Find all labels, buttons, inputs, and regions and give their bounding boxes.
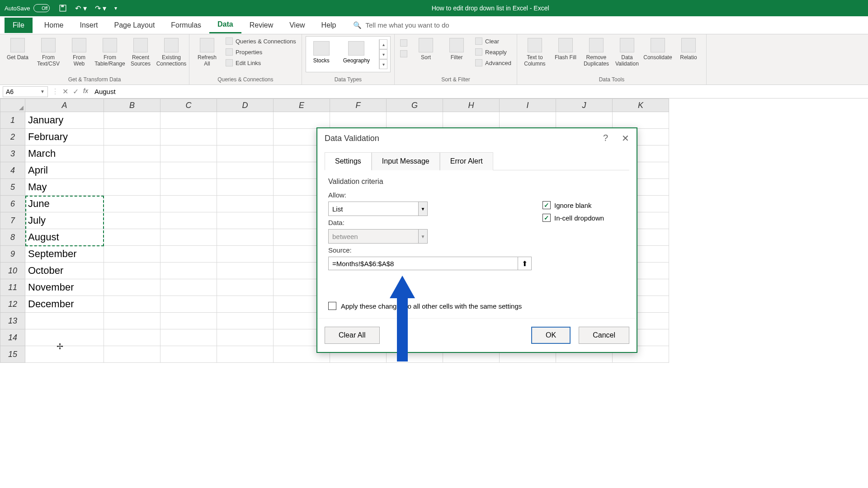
row-header[interactable]: 4 xyxy=(0,162,25,179)
undo-icon[interactable]: ↶ ▾ xyxy=(75,4,86,13)
tab-error-alert[interactable]: Error Alert xyxy=(440,152,493,170)
row-header[interactable]: 12 xyxy=(0,296,25,313)
incell-dropdown-checkbox[interactable]: ✓In-cell dropdown xyxy=(542,214,604,222)
col-header[interactable]: F xyxy=(330,99,387,112)
col-header[interactable]: I xyxy=(500,99,556,112)
help-icon[interactable]: ? xyxy=(603,133,608,144)
refresh-all-button[interactable]: Refresh All xyxy=(193,36,221,69)
advanced-button[interactable]: Advanced xyxy=(473,58,513,68)
cell[interactable]: March xyxy=(25,145,104,162)
reapply-button[interactable]: Reapply xyxy=(473,47,513,57)
apply-all-checkbox[interactable]: Apply these changes to all other cells w… xyxy=(328,302,626,310)
col-header[interactable]: E xyxy=(274,99,330,112)
sort-button[interactable]: Sort xyxy=(412,36,440,62)
data-validation-dialog: Data Validation ? ✕ Settings Input Messa… xyxy=(316,127,637,353)
title-bar: AutoSave Off ↶ ▾ ↷ ▾ ▾ How to edit drop … xyxy=(0,0,868,16)
get-data-button[interactable]: Get Data xyxy=(4,36,32,62)
remove-duplicates-button[interactable]: Remove Duplicates xyxy=(582,36,610,69)
from-web-button[interactable]: From Web xyxy=(65,36,93,69)
clear-filter-button[interactable]: Clear xyxy=(473,36,513,46)
ignore-blank-checkbox[interactable]: ✓Ignore blank xyxy=(542,201,604,209)
col-header[interactable]: H xyxy=(443,99,500,112)
name-box[interactable]: A6▼ xyxy=(3,86,48,97)
text-to-columns-button[interactable]: Text to Columns xyxy=(521,36,549,69)
range-picker-icon[interactable]: ⬆ xyxy=(518,257,532,270)
row-header[interactable]: 9 xyxy=(0,246,25,263)
cancel-button[interactable]: Cancel xyxy=(579,327,629,344)
row-header[interactable]: 3 xyxy=(0,145,25,162)
fx-icon[interactable]: fx xyxy=(83,87,88,96)
row-header[interactable]: 10 xyxy=(0,263,25,279)
existing-conn-button[interactable]: Existing Connections xyxy=(157,36,185,69)
ribbon-tabs: File Home Insert Page Layout Formulas Da… xyxy=(0,16,868,34)
filter-button[interactable]: Filter xyxy=(443,36,471,62)
cell[interactable]: June xyxy=(25,196,104,212)
data-types-gallery[interactable]: Stocks Geography ▴▾▾ xyxy=(306,36,391,72)
from-table-button[interactable]: From Table/Range xyxy=(96,36,124,69)
cell[interactable]: May xyxy=(25,179,104,196)
col-header[interactable]: B xyxy=(104,99,160,112)
row-header[interactable]: 2 xyxy=(0,129,25,145)
tab-input-message[interactable]: Input Message xyxy=(372,152,440,170)
edit-links-button[interactable]: Edit Links xyxy=(224,58,298,68)
cell[interactable]: September xyxy=(25,246,104,263)
relationships-button[interactable]: Relatio xyxy=(675,36,703,62)
accept-formula-icon[interactable]: ✓ xyxy=(73,87,79,96)
row-header[interactable]: 14 xyxy=(0,329,25,346)
close-icon[interactable]: ✕ xyxy=(622,133,629,144)
tab-formulas[interactable]: Formulas xyxy=(163,18,209,33)
from-csv-button[interactable]: From Text/CSV xyxy=(34,36,62,69)
tab-help[interactable]: Help xyxy=(313,18,344,33)
tab-home[interactable]: Home xyxy=(36,18,72,33)
row-header[interactable]: 7 xyxy=(0,212,25,229)
row-header[interactable]: 1 xyxy=(0,112,25,129)
redo-icon[interactable]: ↷ ▾ xyxy=(95,4,106,13)
col-header[interactable]: C xyxy=(160,99,217,112)
ok-button[interactable]: OK xyxy=(531,327,571,344)
tab-review[interactable]: Review xyxy=(241,18,281,33)
cell[interactable]: April xyxy=(25,162,104,179)
row-header[interactable]: 5 xyxy=(0,179,25,196)
row-header[interactable]: 8 xyxy=(0,229,25,246)
recent-sources-button[interactable]: Recent Sources xyxy=(127,36,155,69)
tab-settings[interactable]: Settings xyxy=(325,152,372,170)
cancel-formula-icon[interactable]: ✕ xyxy=(62,87,68,96)
tab-file[interactable]: File xyxy=(5,18,33,33)
consolidate-button[interactable]: Consolidate xyxy=(644,36,672,62)
flash-fill-button[interactable]: Flash Fill xyxy=(552,36,580,62)
row-header[interactable]: 6 xyxy=(0,196,25,212)
cell[interactable]: December xyxy=(25,296,104,313)
col-header[interactable]: G xyxy=(387,99,443,112)
cell[interactable]: July xyxy=(25,212,104,229)
queries-button[interactable]: Queries & Connections xyxy=(224,36,298,46)
data-validation-button[interactable]: Data Validation xyxy=(613,36,641,69)
source-input[interactable] xyxy=(328,257,518,270)
autosave-toggle[interactable]: AutoSave Off xyxy=(5,4,50,12)
sort-za-button[interactable] xyxy=(398,49,409,59)
col-header[interactable]: D xyxy=(217,99,274,112)
stocks-icon xyxy=(313,41,330,56)
formula-input[interactable] xyxy=(92,87,865,96)
row-header[interactable]: 15 xyxy=(0,346,25,363)
tell-me-search[interactable]: 🔍 Tell me what you want to do xyxy=(353,21,449,29)
cell[interactable]: January xyxy=(25,112,104,129)
col-header[interactable]: K xyxy=(613,99,669,112)
col-header[interactable]: J xyxy=(556,99,613,112)
clear-all-button[interactable]: Clear All xyxy=(325,327,380,344)
select-all-corner[interactable] xyxy=(0,99,25,112)
col-header[interactable]: A xyxy=(25,99,104,112)
allow-select[interactable]: List▼ xyxy=(328,202,428,216)
row-header[interactable]: 11 xyxy=(0,279,25,296)
cell[interactable]: November xyxy=(25,279,104,296)
sort-az-button[interactable] xyxy=(398,38,409,48)
tab-insert[interactable]: Insert xyxy=(71,18,106,33)
tab-pagelayout[interactable]: Page Layout xyxy=(106,18,163,33)
row-header[interactable]: 13 xyxy=(0,313,25,329)
cell[interactable]: February xyxy=(25,129,104,145)
cell[interactable]: August xyxy=(25,229,104,246)
tab-view[interactable]: View xyxy=(281,18,313,33)
cell[interactable]: October xyxy=(25,263,104,279)
tab-data[interactable]: Data xyxy=(209,17,241,33)
save-icon[interactable] xyxy=(59,4,67,12)
properties-button[interactable]: Properties xyxy=(224,47,298,57)
